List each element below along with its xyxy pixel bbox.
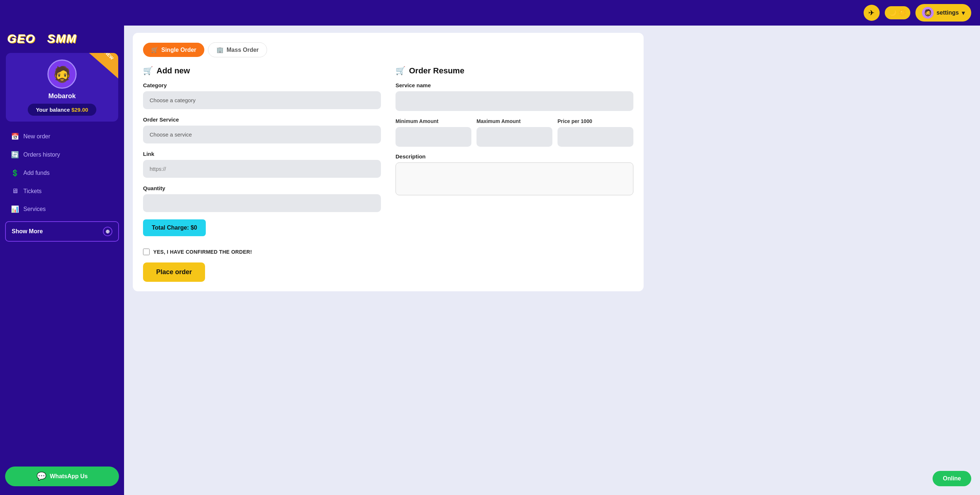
category-select[interactable]: Choose a category — [143, 91, 381, 109]
sidebar-logo: GEO SMM — [0, 26, 124, 49]
avatar: 🧔 — [48, 59, 76, 89]
main-layout: GEO SMM ☞ NEW 🧔 Mobarok Your balance $29… — [0, 26, 980, 495]
price-per-1000-label: Price per 1000 — [557, 118, 633, 124]
quantity-group: Quantity — [143, 185, 381, 212]
description-group: Description — [396, 153, 633, 197]
user-card: NEW 🧔 Mobarok Your balance $29.00 — [6, 53, 118, 121]
order-panel: 🛒 Single Order 🏢 Mass Order 🛒 Add new — [133, 33, 644, 291]
category-label: Category — [143, 82, 381, 88]
sidebar-item-tickets[interactable]: 🖥 Tickets — [5, 183, 119, 199]
service-select[interactable]: Choose a service — [143, 126, 381, 144]
sidebar-item-label: Add funds — [23, 170, 49, 176]
sidebar-item-label: Tickets — [23, 188, 41, 195]
order-grid: 🛒 Add new Category Choose a category Ord… — [143, 66, 633, 282]
single-order-tab-label: Single Order — [161, 47, 196, 53]
confirm-checkbox[interactable] — [143, 249, 150, 255]
navbar: ✈ 🌙 ☀️ 🧔 settings ▾ — [0, 0, 980, 26]
description-textarea — [396, 163, 633, 195]
order-service-group: Order Service Choose a service — [143, 117, 381, 144]
refresh-icon: 🔄 — [11, 151, 19, 159]
navbar-right: ✈ 🌙 ☀️ 🧔 settings ▾ — [864, 4, 971, 22]
sidebar-item-label: New order — [23, 133, 50, 140]
min-amount-group: Minimum Amount — [396, 118, 471, 147]
service-name-box — [396, 91, 633, 111]
sidebar-item-services[interactable]: 📊 Services — [5, 201, 119, 217]
service-name-label: Service name — [396, 82, 633, 88]
service-name-group: Service name — [396, 82, 633, 111]
settings-arrow-icon: ▾ — [962, 10, 965, 16]
monitor-icon: 🖥 — [11, 187, 19, 195]
total-charge-display: Total Charge: $0 — [143, 219, 206, 236]
dollar-icon: 💲 — [11, 169, 19, 177]
mass-order-tab-label: Mass Order — [227, 47, 259, 53]
settings-label: settings — [937, 10, 959, 16]
logo: GEO SMM — [7, 32, 76, 45]
link-input[interactable] — [143, 160, 381, 178]
link-group: Link — [143, 151, 381, 178]
whatsapp-button[interactable]: 💬 WhatsApp Us — [5, 466, 119, 486]
description-label: Description — [396, 153, 633, 160]
sidebar-item-new-order[interactable]: 📅 New order — [5, 128, 119, 145]
resume-amounts-grid: Minimum Amount Maximum Amount Price per … — [396, 118, 633, 147]
min-amount-label: Minimum Amount — [396, 118, 471, 124]
sidebar-bottom: 💬 WhatsApp Us — [0, 459, 124, 495]
add-new-title: 🛒 Add new — [143, 66, 381, 75]
calendar-icon: 📅 — [11, 133, 19, 141]
order-resume-section: 🛒 Order Resume Service name Minimum Amou… — [396, 66, 633, 282]
user-balance: Your balance $29.00 — [28, 104, 96, 116]
whatsapp-label: WhatsApp Us — [50, 473, 88, 480]
balance-amount: $29.00 — [72, 107, 88, 113]
quantity-input[interactable] — [143, 194, 381, 212]
new-badge: NEW — [89, 53, 118, 78]
single-order-tab[interactable]: 🛒 Single Order — [143, 43, 204, 57]
drag-handle-icon: ☞ — [123, 255, 124, 265]
user-name: Mobarok — [48, 93, 76, 100]
min-amount-box — [396, 127, 471, 147]
avatar: 🧔 — [922, 7, 934, 19]
show-more-label: Show More — [12, 228, 43, 235]
place-order-button[interactable]: Place order — [143, 262, 205, 282]
telegram-button[interactable]: ✈ — [864, 5, 880, 21]
sidebar-item-label: Services — [23, 206, 46, 212]
sidebar-item-label: Orders history — [23, 152, 60, 158]
sun-icon: ☀️ — [898, 9, 906, 17]
settings-button[interactable]: 🧔 settings ▾ — [915, 4, 971, 22]
sidebar-item-add-funds[interactable]: 💲 Add funds — [5, 164, 119, 181]
max-amount-label: Maximum Amount — [477, 118, 552, 124]
order-resume-title: 🛒 Order Resume — [396, 66, 633, 75]
link-label: Link — [143, 151, 381, 157]
cart-icon: 🛒 — [143, 66, 153, 75]
sidebar-nav: 📅 New order 🔄 Orders history 💲 Add funds… — [0, 128, 124, 217]
mass-order-tab[interactable]: 🏢 Mass Order — [208, 42, 267, 57]
order-tabs: 🛒 Single Order 🏢 Mass Order — [143, 42, 633, 57]
category-group: Category Choose a category — [143, 82, 381, 109]
moon-icon: 🌙 — [889, 9, 897, 17]
resume-cart-icon: 🛒 — [396, 66, 406, 75]
online-badge: Online — [932, 471, 971, 486]
whatsapp-icon: 💬 — [37, 472, 46, 481]
show-more-icon: ⊕ — [103, 227, 112, 236]
confirm-label: YES, I HAVE CONFIRMED THE ORDER! — [153, 249, 252, 255]
max-amount-group: Maximum Amount — [477, 118, 552, 147]
single-order-tab-icon: 🛒 — [151, 46, 158, 53]
sidebar: GEO SMM ☞ NEW 🧔 Mobarok Your balance $29… — [0, 26, 124, 495]
mass-order-tab-icon: 🏢 — [216, 46, 224, 53]
price-per-1000-box — [557, 127, 633, 147]
sidebar-item-orders-history[interactable]: 🔄 Orders history — [5, 146, 119, 163]
theme-toggle[interactable]: 🌙 ☀️ — [885, 6, 910, 19]
max-amount-box — [477, 127, 552, 147]
show-more-button[interactable]: Show More ⊕ — [5, 221, 119, 242]
confirm-row: YES, I HAVE CONFIRMED THE ORDER! — [143, 249, 381, 255]
content: 🛒 Single Order 🏢 Mass Order 🛒 Add new — [124, 26, 980, 495]
price-per-1000-group: Price per 1000 — [557, 118, 633, 147]
quantity-label: Quantity — [143, 185, 381, 191]
chart-icon: 📊 — [11, 205, 19, 213]
order-service-label: Order Service — [143, 117, 381, 123]
telegram-icon: ✈ — [869, 8, 875, 17]
add-new-section: 🛒 Add new Category Choose a category Ord… — [143, 66, 381, 282]
